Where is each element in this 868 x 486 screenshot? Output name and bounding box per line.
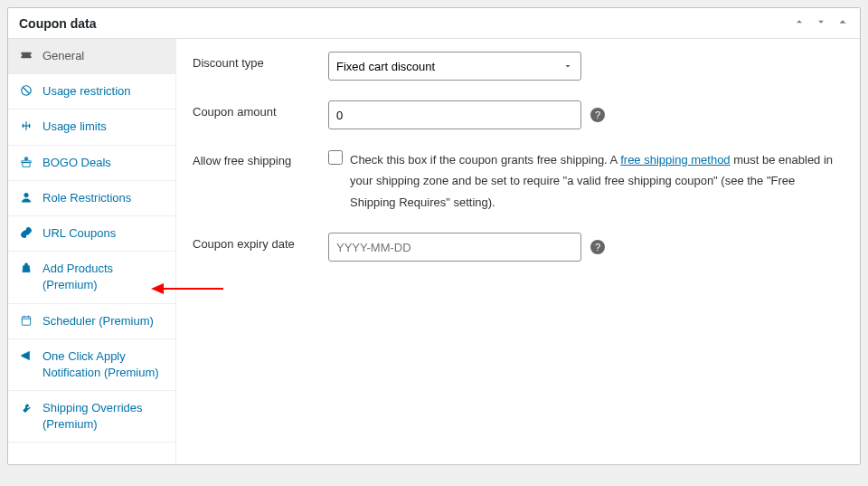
wrench-icon bbox=[19, 401, 33, 414]
tab-scheduler[interactable]: Scheduler (Premium) bbox=[8, 304, 175, 339]
free-shipping-checkbox[interactable] bbox=[328, 150, 343, 165]
help-icon[interactable]: ? bbox=[590, 240, 605, 254]
tab-label: Scheduler (Premium) bbox=[42, 313, 154, 329]
tab-usage-restriction[interactable]: Usage restriction bbox=[8, 74, 175, 110]
free-shipping-method-link[interactable]: free shipping method bbox=[620, 153, 730, 167]
row-discount-type: Discount type Fixed cart discount bbox=[193, 52, 844, 81]
coupon-amount-input[interactable] bbox=[328, 100, 581, 129]
tab-shipping-overrides[interactable]: Shipping Overrides (Premium) bbox=[8, 391, 175, 443]
tab-general[interactable]: General bbox=[8, 39, 175, 74]
panel-title: Coupon data bbox=[19, 16, 97, 31]
bag-icon bbox=[19, 262, 33, 274]
svg-line-1 bbox=[24, 88, 30, 94]
move-up-icon[interactable] bbox=[793, 15, 806, 31]
ticket-icon bbox=[19, 49, 33, 62]
tabs-sidebar: General Usage restriction Usage limits B… bbox=[8, 39, 176, 464]
label-expiry-date: Coupon expiry date bbox=[193, 233, 328, 251]
tab-bogo-deals[interactable]: BOGO Deals bbox=[8, 146, 175, 181]
coupon-data-panel: Coupon data General bbox=[7, 7, 861, 465]
panel-actions bbox=[793, 15, 849, 31]
row-expiry-date: Coupon expiry date ? bbox=[193, 233, 844, 262]
calendar-icon bbox=[19, 314, 33, 327]
tab-label: Usage limits bbox=[42, 119, 107, 135]
row-coupon-amount: Coupon amount ? bbox=[193, 100, 844, 129]
panel-body: General Usage restriction Usage limits B… bbox=[8, 39, 860, 464]
svg-rect-7 bbox=[22, 316, 30, 324]
tab-label: URL Coupons bbox=[42, 225, 116, 242]
svg-point-6 bbox=[24, 193, 29, 197]
tab-label: Usage restriction bbox=[42, 83, 131, 100]
tab-url-coupons[interactable]: URL Coupons bbox=[8, 216, 175, 252]
move-down-icon[interactable] bbox=[815, 15, 827, 31]
gift-icon bbox=[19, 156, 33, 168]
free-shipping-description: Check this box if the coupon grants free… bbox=[350, 149, 844, 213]
megaphone-icon bbox=[19, 349, 33, 362]
tab-usage-limits[interactable]: Usage limits bbox=[8, 110, 175, 145]
tab-one-click-apply[interactable]: One Click Apply Notification (Premium) bbox=[8, 339, 175, 391]
help-icon[interactable]: ? bbox=[590, 108, 605, 122]
tab-role-restrictions[interactable]: Role Restrictions bbox=[8, 181, 175, 216]
tab-add-products[interactable]: Add Products (Premium) bbox=[8, 252, 175, 303]
limits-icon bbox=[19, 119, 33, 132]
label-coupon-amount: Coupon amount bbox=[193, 100, 328, 119]
tab-content-general: Discount type Fixed cart discount Coupon… bbox=[176, 39, 860, 464]
discount-type-select[interactable]: Fixed cart discount bbox=[328, 52, 581, 81]
ban-icon bbox=[19, 84, 33, 97]
tab-label: Shipping Overrides (Premium) bbox=[42, 400, 165, 433]
tab-label: Add Products (Premium) bbox=[42, 261, 165, 293]
tab-label: One Click Apply Notification (Premium) bbox=[42, 348, 165, 381]
toggle-panel-icon[interactable] bbox=[836, 15, 849, 31]
link-icon bbox=[19, 226, 33, 239]
tab-label: BOGO Deals bbox=[42, 155, 111, 171]
label-discount-type: Discount type bbox=[193, 52, 328, 70]
user-icon bbox=[19, 191, 33, 204]
row-allow-free-shipping: Allow free shipping Check this box if th… bbox=[193, 149, 844, 213]
tab-label: Role Restrictions bbox=[42, 190, 131, 206]
label-allow-free-shipping: Allow free shipping bbox=[193, 149, 328, 167]
tab-label: General bbox=[42, 48, 84, 64]
expiry-date-input[interactable] bbox=[328, 233, 581, 262]
panel-header: Coupon data bbox=[8, 8, 860, 39]
